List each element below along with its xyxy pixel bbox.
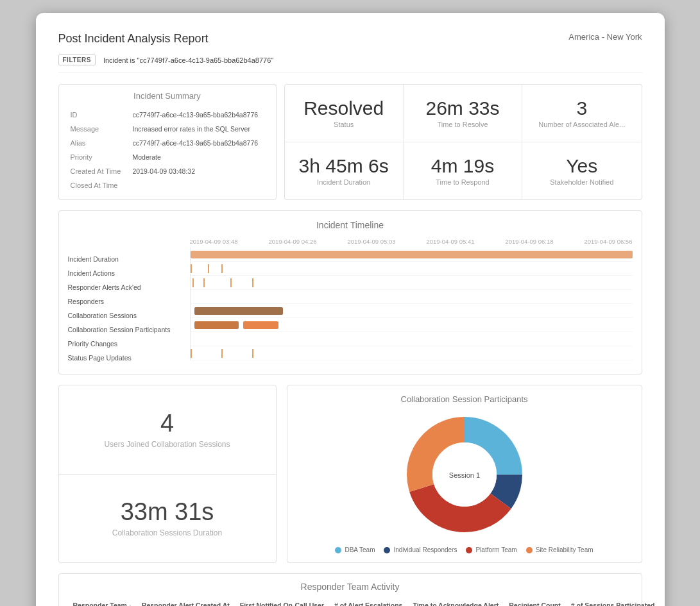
timeline-axis-label: 2019-04-09 03:48	[190, 238, 238, 245]
legend-item: Site Reliability Team	[526, 546, 593, 553]
responder-col-header-0: Responder Team ↑	[68, 598, 137, 606]
metric-cell-4: 4m 19sTime to Respond	[404, 142, 522, 200]
filters-value: Incident is "cc7749f7-a6ce-4c13-9a65-bba…	[103, 56, 273, 64]
incident-table: IDcc7749f7-a6ce-4c13-9a65-bba62b4a8776Me…	[68, 107, 267, 193]
timeline-row-4	[191, 304, 633, 318]
report-title: Post Incident Analysis Report	[58, 32, 209, 46]
timeline-row-label: Collaboration Sessions	[68, 308, 190, 323]
timeline-section: Incident Timeline Incident DurationIncid…	[58, 210, 642, 375]
timeline-row-label: Collaboration Session Participants	[68, 323, 190, 337]
report-header: Post Incident Analysis Report America - …	[58, 32, 642, 46]
donut-title: Collaboration Session Participants	[296, 394, 633, 404]
metric-cell-1: 26m 33sTime to Resolve	[404, 85, 522, 142]
incident-summary-title: Incident Summary	[68, 91, 267, 101]
responder-section: Responder Team Activity Responder Team ↑…	[58, 573, 642, 606]
timeline-row-7	[191, 346, 633, 360]
donut-container: Session 1	[296, 410, 633, 539]
timeline-rows	[190, 248, 633, 360]
incident-summary: Incident Summary IDcc7749f7-a6ce-4c13-9a…	[58, 84, 277, 200]
timeline-axis-label: 2019-04-09 05:41	[426, 238, 474, 245]
timeline-row-3	[191, 290, 633, 304]
responder-table: Responder Team ↑Responder Alert Created …	[68, 598, 674, 606]
timeline-labels: Incident DurationIncident ActionsRespond…	[68, 238, 190, 365]
responder-col-header-6: # of Sessions Participated	[566, 598, 660, 606]
incident-row: MessageIncreased error rates in the SQL …	[69, 122, 266, 135]
metric-cell-5: YesStakeholder Notified	[522, 142, 641, 200]
timeline-title: Incident Timeline	[68, 220, 633, 230]
timeline-row-label: Incident Duration	[68, 252, 190, 266]
report-container: Post Incident Analysis Report America - …	[36, 13, 665, 606]
timeline-axis-label: 2019-04-09 06:18	[505, 238, 553, 245]
responder-col-header-4: Time to Acknowledge Alert	[407, 598, 504, 606]
donut-section: Collaboration Session Participants Sessi…	[287, 385, 642, 563]
collab-duration-cell: 33m 31s Collaboration Sessions Duration	[59, 475, 276, 563]
collab-duration-label: Collaboration Sessions Duration	[112, 528, 222, 537]
timeline-row-label: Incident Actions	[68, 266, 190, 280]
timeline-inner: Incident DurationIncident ActionsRespond…	[68, 238, 633, 365]
timeline-row-2	[191, 276, 633, 290]
timeline-axis-label: 2019-04-09 05:03	[347, 238, 395, 245]
incident-row: IDcc7749f7-a6ce-4c13-9a65-bba62b4a8776	[69, 108, 266, 121]
timeline-row-6	[191, 332, 633, 346]
incident-row: Aliascc7749f7-a6ce-4c13-9a65-bba62b4a877…	[69, 137, 266, 149]
bottom-area: 4 Users Joined Collaboration Sessions 33…	[58, 385, 642, 563]
responder-col-header-1: Responder Alert Created At	[137, 598, 235, 606]
legend-item: DBA Team	[335, 546, 375, 553]
incident-row: PriorityModerate	[69, 151, 266, 164]
timeline-row-5	[191, 318, 633, 332]
collab-duration-value: 33m 31s	[121, 499, 214, 526]
metrics-grid: ResolvedStatus26m 33sTime to Resolve3Num…	[284, 84, 642, 200]
timeline-row-0	[191, 248, 633, 262]
metric-cell-0: ResolvedStatus	[285, 85, 404, 142]
filters-label: FILTERS	[58, 55, 96, 65]
timeline-axis: 2019-04-09 03:482019-04-09 04:262019-04-…	[190, 238, 633, 245]
collab-users-cell: 4 Users Joined Collaboration Sessions	[59, 385, 276, 475]
incident-row: Closed At Time	[69, 179, 266, 192]
collab-users-value: 4	[160, 410, 174, 437]
incident-row: Created At Time2019-04-09 03:48:32	[69, 165, 266, 178]
timeline-row-label: Priority Changes	[68, 337, 190, 351]
metrics-area: Incident Summary IDcc7749f7-a6ce-4c13-9a…	[58, 84, 642, 200]
responder-col-header-5: Recipient Count	[504, 598, 566, 606]
timeline-row-label: Responder Alerts Ack'ed	[68, 280, 190, 294]
collab-users-label: Users Joined Collaboration Sessions	[104, 440, 230, 449]
collab-stats: 4 Users Joined Collaboration Sessions 33…	[58, 385, 277, 563]
responder-col-header-2: First Notified On-Call User	[235, 598, 329, 606]
timeline-chart: 2019-04-09 03:482019-04-09 04:262019-04-…	[190, 238, 633, 365]
legend-item: Platform Team	[466, 546, 516, 553]
responder-title: Responder Team Activity	[68, 582, 633, 592]
timeline-row-1	[191, 262, 633, 276]
timeline-axis-label: 2019-04-09 06:56	[584, 238, 632, 245]
donut-legend: DBA TeamIndividual RespondersPlatform Te…	[296, 546, 633, 553]
timeline-row-label: Responders	[68, 294, 190, 308]
metric-cell-2: 3Number of Associated Ale...	[522, 85, 641, 142]
filters-bar: FILTERS Incident is "cc7749f7-a6ce-4c13-…	[58, 55, 642, 72]
responder-col-header-3: # of Alert Escalations	[329, 598, 407, 606]
report-region: America - New York	[568, 32, 642, 42]
donut-chart: Session 1	[400, 410, 529, 539]
timeline-axis-label: 2019-04-09 04:26	[268, 238, 316, 245]
donut-center-label: Session 1	[448, 471, 479, 479]
legend-item: Individual Responders	[384, 546, 457, 553]
timeline-row-label: Status Page Updates	[68, 351, 190, 365]
metric-cell-3: 3h 45m 6sIncident Duration	[285, 142, 404, 200]
